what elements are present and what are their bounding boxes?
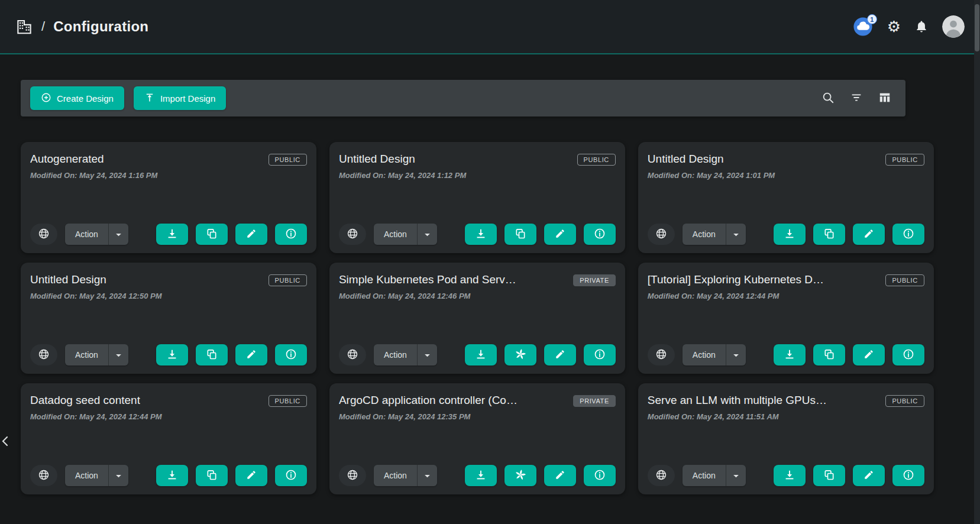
action-dropdown-button[interactable]: [108, 465, 128, 486]
action-dropdown-button[interactable]: [417, 344, 437, 365]
info-button[interactable]: [584, 344, 616, 365]
info-button[interactable]: [892, 224, 924, 245]
action-dropdown-button[interactable]: [726, 344, 746, 365]
action-button[interactable]: Action: [683, 344, 726, 365]
copy-button[interactable]: [504, 224, 536, 245]
import-design-button[interactable]: Import Design: [134, 86, 226, 110]
breadcrumb: / Configuration: [15, 18, 148, 35]
action-button[interactable]: Action: [65, 224, 108, 245]
design-card: Serve an LLM with multiple GPUs… PUBLIC …: [638, 383, 934, 494]
edit-button[interactable]: [853, 344, 885, 365]
edit-button[interactable]: [544, 224, 576, 245]
publish-globe-button[interactable]: [648, 224, 675, 245]
publish-globe-button[interactable]: [30, 465, 57, 486]
spiral-icon: [514, 468, 527, 483]
edit-button[interactable]: [853, 224, 885, 245]
visibility-badge: PRIVATE: [573, 395, 616, 407]
search-button[interactable]: [821, 91, 835, 106]
card-header: [Tutorial] Exploring Kubernetes D… PUBLI…: [648, 273, 924, 286]
action-split-button: Action: [65, 344, 128, 365]
spiral-button[interactable]: [504, 465, 536, 486]
download-button[interactable]: [774, 224, 806, 245]
edit-pencil-icon: [863, 228, 874, 241]
globe-icon: [38, 228, 50, 241]
copy-button[interactable]: [813, 465, 845, 486]
filter-button[interactable]: [850, 91, 863, 106]
table-view-button[interactable]: [878, 91, 891, 106]
download-button[interactable]: [156, 344, 188, 365]
action-button[interactable]: Action: [683, 465, 726, 486]
action-button[interactable]: Action: [683, 224, 726, 245]
download-button[interactable]: [465, 224, 497, 245]
action-dropdown-button[interactable]: [108, 344, 128, 365]
edit-button[interactable]: [544, 344, 576, 365]
copy-button[interactable]: [196, 224, 228, 245]
copy-button[interactable]: [813, 224, 845, 245]
chevron-down-icon: [424, 230, 431, 239]
info-button[interactable]: [275, 465, 307, 486]
publish-globe-button[interactable]: [648, 465, 675, 486]
modified-date: Modified On: May 24, 2024 12:35 PM: [339, 412, 616, 421]
collapse-chevron-icon[interactable]: [1, 434, 10, 448]
download-button[interactable]: [465, 344, 497, 365]
action-dropdown-button[interactable]: [417, 224, 437, 245]
action-dropdown-button[interactable]: [726, 465, 746, 486]
settings-gear-icon[interactable]: ⚙: [887, 19, 901, 34]
copy-button[interactable]: [196, 344, 228, 365]
publish-globe-button[interactable]: [30, 224, 57, 245]
toolbar-right-icons: [821, 91, 896, 106]
download-button[interactable]: [774, 344, 806, 365]
spiral-button[interactable]: [504, 344, 536, 365]
cloud-status-button[interactable]: 1: [853, 17, 873, 37]
edit-button[interactable]: [235, 224, 267, 245]
edit-button[interactable]: [853, 465, 885, 486]
card-header: ArgoCD application controller (Co… PRIVA…: [339, 394, 616, 407]
info-button[interactable]: [275, 344, 307, 365]
scrollbar-thumb[interactable]: [975, 4, 979, 51]
building-icon[interactable]: [15, 18, 33, 35]
visibility-badge: PUBLIC: [885, 274, 924, 286]
user-avatar[interactable]: [942, 15, 965, 38]
publish-globe-button[interactable]: [30, 344, 57, 365]
publish-globe-button[interactable]: [339, 465, 366, 486]
edit-button[interactable]: [544, 465, 576, 486]
info-button[interactable]: [892, 344, 924, 365]
info-button[interactable]: [584, 465, 616, 486]
info-button[interactable]: [892, 465, 924, 486]
publish-globe-button[interactable]: [339, 344, 366, 365]
action-button[interactable]: Action: [65, 465, 108, 486]
info-icon: [903, 469, 914, 483]
publish-globe-button[interactable]: [648, 344, 675, 365]
action-dropdown-button[interactable]: [417, 465, 437, 486]
edit-button[interactable]: [235, 465, 267, 486]
download-icon: [474, 227, 487, 242]
action-button[interactable]: Action: [374, 344, 417, 365]
action-button[interactable]: Action: [65, 344, 108, 365]
create-design-button[interactable]: Create Design: [30, 86, 124, 110]
app-header: / Configuration 1 ⚙: [0, 0, 980, 54]
card-header: Serve an LLM with multiple GPUs… PUBLIC: [648, 394, 924, 407]
modified-date: Modified On: May 24, 2024 12:46 PM: [339, 292, 616, 300]
download-button[interactable]: [156, 224, 188, 245]
publish-globe-button[interactable]: [339, 224, 366, 245]
info-button[interactable]: [584, 224, 616, 245]
action-dropdown-button[interactable]: [726, 224, 746, 245]
action-button[interactable]: Action: [374, 465, 417, 486]
download-button[interactable]: [774, 465, 806, 486]
copy-icon: [515, 228, 526, 241]
copy-button[interactable]: [813, 344, 845, 365]
edit-button[interactable]: [235, 344, 267, 365]
info-button[interactable]: [275, 224, 307, 245]
action-dropdown-button[interactable]: [108, 224, 128, 245]
design-card: Datadog seed content PUBLIC Modified On:…: [21, 383, 316, 494]
download-button[interactable]: [465, 465, 497, 486]
action-split-button: Action: [683, 344, 746, 365]
action-button[interactable]: Action: [374, 224, 417, 245]
notifications-bell-icon[interactable]: [915, 20, 928, 34]
chevron-down-icon: [733, 471, 739, 480]
copy-button[interactable]: [196, 465, 228, 486]
card-actions: Action: [339, 224, 616, 245]
download-button[interactable]: [156, 465, 188, 486]
globe-icon: [655, 228, 667, 241]
design-title: Datadog seed content: [30, 394, 140, 407]
